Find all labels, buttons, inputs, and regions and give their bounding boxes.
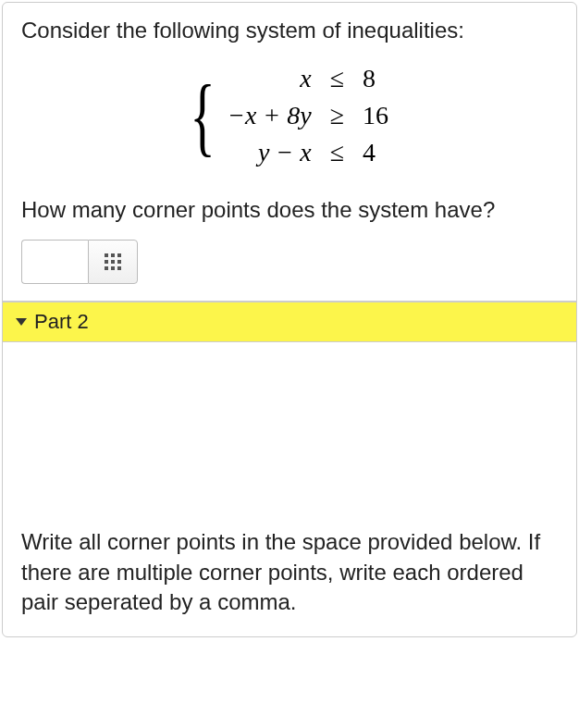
lhs: −x + 8y bbox=[218, 97, 321, 134]
rhs: 4 bbox=[353, 134, 398, 171]
keypad-icon bbox=[105, 253, 121, 270]
caret-down-icon bbox=[16, 318, 27, 326]
corner-count-input[interactable] bbox=[21, 240, 88, 284]
part-2-label: Part 2 bbox=[34, 310, 89, 334]
keypad-button[interactable] bbox=[88, 240, 138, 284]
inequality-row: x ≤ 8 bbox=[218, 60, 398, 97]
inequality-row: −x + 8y ≥ 16 bbox=[218, 97, 398, 134]
part-2-body: Write all corner points in the space pro… bbox=[3, 342, 576, 635]
question-text: How many corner points does the system h… bbox=[21, 195, 558, 225]
lhs: y − x bbox=[218, 134, 321, 171]
rhs: 8 bbox=[353, 60, 398, 97]
system-of-inequalities: { x ≤ 8 −x + 8y ≥ 16 y − x ≤ bbox=[21, 60, 558, 171]
relation: ≤ bbox=[321, 60, 353, 97]
inequality-table: x ≤ 8 −x + 8y ≥ 16 y − x ≤ 4 bbox=[218, 60, 398, 171]
relation: ≤ bbox=[321, 134, 353, 171]
question-panel: Consider the following system of inequal… bbox=[2, 2, 577, 637]
inequality-row: y − x ≤ 4 bbox=[218, 134, 398, 171]
relation: ≥ bbox=[321, 97, 353, 134]
rhs: 16 bbox=[353, 97, 398, 134]
intro-text: Consider the following system of inequal… bbox=[21, 18, 558, 43]
left-brace: { bbox=[190, 76, 216, 155]
part-2-header[interactable]: Part 2 bbox=[3, 302, 576, 342]
answer-input-group bbox=[21, 240, 558, 284]
lhs: x bbox=[218, 60, 321, 97]
instructions-text: Write all corner points in the space pro… bbox=[21, 527, 558, 617]
part-1: Consider the following system of inequal… bbox=[3, 3, 576, 302]
